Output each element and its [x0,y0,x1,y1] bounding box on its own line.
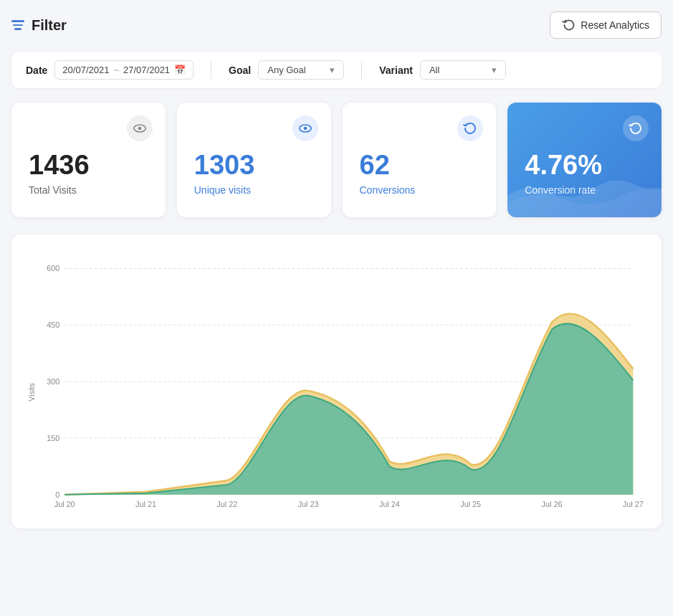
reset-icon [562,18,576,32]
reset-analytics-button[interactable]: Reset Analytics [550,11,662,39]
date-range-input[interactable]: 20/07/2021 ~ 27/07/2021 📅 [54,60,194,80]
date-start: 20/07/2021 [62,65,109,75]
goal-filter-group: Goal Any Goal ▾ [229,60,344,80]
total-visits-card: 1436 Total Visits [11,103,166,217]
conversion-rate-icon [623,115,649,141]
x-tick-jul23: Jul 23 [298,500,319,508]
x-tick-jul26: Jul 26 [542,500,563,508]
goal-select[interactable]: Any Goal ▾ [258,60,344,80]
chart-container: Visits 600 450 300 150 0 Jul 20 Jul 21 J… [11,234,662,529]
page-title: Filter [32,17,67,34]
chart-wrap: Visits 600 450 300 150 0 Jul 20 Jul 21 J… [26,249,647,521]
filter-bar: Date 20/07/2021 ~ 27/07/2021 📅 Goal Any … [11,52,662,88]
y-axis-label: Visits [27,382,36,401]
divider-2 [361,62,362,79]
total-visits-label: Total Visits [29,184,77,196]
svg-point-1 [138,127,141,131]
date-separator: ~ [113,65,119,75]
unique-visits-label: Unique visits [194,184,251,196]
x-tick-jul22: Jul 22 [216,500,237,508]
conversions-value: 62 [360,151,390,179]
goal-label: Goal [229,65,251,76]
reset-analytics-label: Reset Analytics [581,19,649,31]
variant-select[interactable]: All ▾ [420,60,506,80]
calendar-icon: 📅 [174,65,186,75]
page-header: Filter Reset Analytics [11,11,662,39]
y-tick-450: 450 [47,321,59,329]
x-tick-jul25: Jul 25 [460,500,481,508]
divider-1 [211,62,211,79]
date-label: Date [26,65,47,76]
visits-chart: Visits 600 450 300 150 0 Jul 20 Jul 21 J… [26,249,647,521]
chevron-down-icon: ▾ [330,65,335,75]
y-tick-300: 300 [47,377,59,386]
variant-value: All [429,65,439,75]
variant-label: Variant [379,65,413,76]
x-tick-jul27: Jul 27 [623,500,644,508]
date-end: 27/07/2021 [123,65,170,75]
unique-visits-value: 1303 [194,151,255,179]
conversion-rate-card: 4.76% Conversion rate [507,103,662,217]
filter-icon [11,20,24,30]
x-tick-jul20: Jul 20 [54,500,75,508]
x-tick-jul24: Jul 24 [379,500,400,508]
stat-cards: 1436 Total Visits 1303 Unique visits 62 … [11,103,662,217]
conversions-icon [457,115,483,141]
unique-visits-card: 1303 Unique visits [177,103,331,217]
x-tick-jul21: Jul 21 [135,500,156,508]
svg-point-3 [303,127,307,131]
conversions-card: 62 Conversions [343,103,497,217]
total-visits-value: 1436 [29,151,90,179]
y-tick-600: 600 [47,264,59,273]
date-filter-group: Date 20/07/2021 ~ 27/07/2021 📅 [26,60,194,80]
chevron-down-icon-2: ▾ [492,65,497,75]
variant-filter-group: Variant All ▾ [379,60,506,80]
wave-background [507,167,662,217]
y-tick-0: 0 [55,491,59,499]
header-left: Filter [11,17,67,34]
conversions-label: Conversions [360,184,416,196]
y-tick-150: 150 [47,434,59,442]
unique-visits-icon [292,115,318,141]
total-visits-icon [127,115,153,141]
goal-value: Any Goal [267,65,305,75]
